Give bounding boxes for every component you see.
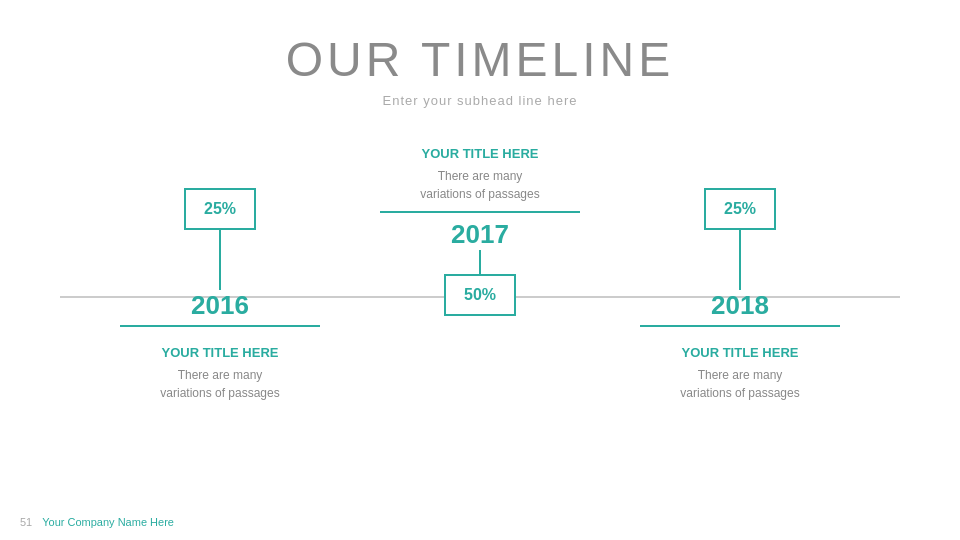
timeline-area: 25% 2016 YOUR TITLE HERE There are many …	[0, 128, 960, 438]
center-item-title: YOUR TITLE HERE	[421, 146, 538, 161]
left-percent-box: 25%	[184, 188, 256, 230]
right-item-title: YOUR TITLE HERE	[681, 345, 798, 360]
right-text-line2: variations of passages	[680, 386, 799, 400]
center-year: 2017	[451, 219, 509, 250]
right-text-line1: There are many	[698, 368, 783, 382]
right-year: 2018	[711, 290, 769, 321]
footer-company: Your Company Name Here	[42, 516, 174, 528]
timeline-center-col: YOUR TITLE HERE There are many variation…	[380, 128, 580, 316]
right-item-text: There are many variations of passages	[680, 366, 799, 402]
footer: 51 Your Company Name Here	[20, 516, 174, 528]
left-item-title: YOUR TITLE HERE	[161, 345, 278, 360]
left-text-line2: variations of passages	[160, 386, 279, 400]
timeline-right-col: 25% 2018 YOUR TITLE HERE There are many …	[640, 128, 840, 402]
timeline-left-col: 25% 2016 YOUR TITLE HERE There are many …	[120, 128, 320, 402]
center-percent-box: 50%	[444, 274, 516, 316]
left-year-underline	[120, 325, 320, 327]
center-text-line2: variations of passages	[420, 187, 539, 201]
left-text-line1: There are many	[178, 368, 263, 382]
right-percent-box: 25%	[704, 188, 776, 230]
left-item-text: There are many variations of passages	[160, 366, 279, 402]
center-vline-top	[479, 250, 481, 274]
header: OUR TIMELINE Enter your subhead line her…	[0, 0, 960, 108]
left-year: 2016	[191, 290, 249, 321]
center-text-line1: There are many	[438, 169, 523, 183]
footer-page-num: 51	[20, 516, 32, 528]
sub-title: Enter your subhead line here	[0, 93, 960, 108]
right-vline-top	[739, 230, 741, 290]
center-underline	[380, 211, 580, 213]
center-item-text: There are many variations of passages	[420, 167, 539, 203]
right-year-underline	[640, 325, 840, 327]
main-title: OUR TIMELINE	[0, 32, 960, 87]
left-vline-top	[219, 230, 221, 290]
